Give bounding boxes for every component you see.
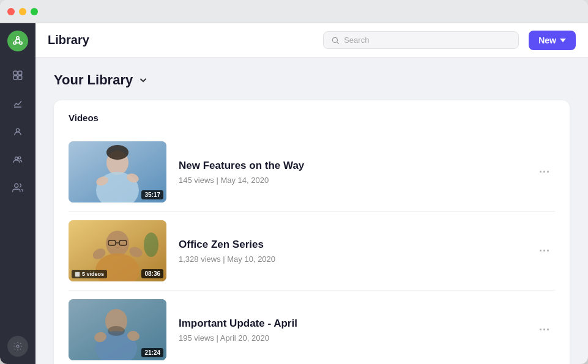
video-item-1: 35:17 New Features on the Way 145 views …	[69, 133, 555, 212]
search-icon	[331, 36, 340, 45]
svg-point-3	[20, 42, 22, 44]
video-meta-3: 195 views | April 20, 2020	[179, 333, 522, 343]
settings-button[interactable]	[7, 336, 28, 357]
videos-card: Videos	[54, 100, 570, 364]
video-more-3[interactable]: ···	[534, 321, 555, 339]
video-info-1: New Features on the Way 145 views | May …	[179, 160, 522, 185]
sidebar	[0, 23, 35, 364]
svg-rect-5	[18, 71, 22, 75]
page-title: Library	[48, 33, 89, 47]
svg-rect-32	[75, 272, 80, 277]
video-title-1: New Features on the Way	[179, 160, 522, 172]
video-thumbnail-3[interactable]: 21:24	[69, 299, 166, 360]
svg-point-12	[15, 184, 18, 187]
video-duration-1: 35:17	[141, 190, 163, 199]
video-item-3: 21:24 Important Update - April 195 views…	[69, 291, 555, 364]
title-bar	[0, 0, 588, 23]
video-duration-3: 21:24	[141, 348, 163, 357]
video-list: 35:17 New Features on the Way 145 views …	[69, 133, 555, 364]
svg-point-24	[106, 231, 129, 256]
video-thumbnail-1[interactable]: 35:17	[69, 141, 166, 202]
new-button[interactable]: New	[529, 31, 576, 50]
sidebar-item-analytics[interactable]	[6, 92, 29, 115]
video-info-3: Important Update - April 195 views | Apr…	[179, 318, 522, 343]
videos-section-title: Videos	[69, 113, 555, 123]
video-badge-2: 5 videos	[72, 270, 107, 278]
header: Library New	[35, 23, 588, 58]
library-dropdown-chevron[interactable]	[138, 75, 149, 86]
video-title-2: Office Zen Series	[179, 239, 522, 251]
search-input[interactable]	[344, 35, 511, 45]
sidebar-item-home[interactable]	[6, 64, 29, 87]
svg-point-31	[144, 232, 158, 257]
video-info-2: Office Zen Series 1,328 views | May 10, …	[179, 239, 522, 264]
video-thumbnail-2[interactable]: 5 videos 08:36	[69, 220, 166, 281]
video-item-2: 5 videos 08:36 Office Zen Series 1,328 v…	[69, 212, 555, 291]
traffic-light-close[interactable]	[7, 8, 15, 15]
svg-point-10	[15, 157, 18, 160]
content-area: Your Library Videos	[35, 58, 588, 364]
svg-point-22	[106, 145, 128, 160]
svg-point-2	[13, 42, 16, 44]
svg-marker-16	[560, 39, 566, 42]
video-more-1[interactable]: ···	[534, 163, 555, 181]
library-title: Your Library	[54, 72, 133, 88]
sidebar-nav	[6, 64, 29, 336]
svg-rect-7	[18, 76, 22, 80]
app-window: Library New	[0, 0, 588, 364]
traffic-light-maximize[interactable]	[31, 8, 38, 15]
app-layout: Library New	[0, 23, 588, 364]
svg-rect-4	[13, 71, 17, 75]
video-title-3: Important Update - April	[179, 318, 522, 330]
video-meta-2: 1,328 views | May 10, 2020	[179, 254, 522, 264]
sidebar-item-contacts[interactable]	[6, 120, 29, 143]
svg-point-37	[108, 326, 125, 336]
library-header: Your Library	[54, 72, 570, 88]
traffic-light-minimize[interactable]	[19, 8, 26, 15]
svg-point-1	[17, 37, 19, 39]
chevron-down-icon	[560, 37, 566, 43]
svg-rect-6	[13, 76, 17, 80]
svg-point-11	[18, 157, 21, 159]
video-duration-2: 08:36	[141, 269, 163, 278]
sidebar-bottom	[7, 336, 28, 357]
sidebar-item-users[interactable]	[6, 176, 29, 199]
search-bar[interactable]	[323, 31, 519, 49]
video-meta-1: 145 views | May 14, 2020	[179, 176, 522, 185]
svg-point-9	[16, 128, 19, 132]
video-more-2[interactable]: ···	[534, 242, 555, 260]
app-logo[interactable]	[7, 31, 28, 51]
svg-point-14	[333, 37, 338, 42]
sidebar-item-people[interactable]	[6, 148, 29, 171]
svg-line-15	[337, 42, 339, 43]
main-content: Library New	[35, 23, 588, 364]
svg-point-13	[17, 345, 19, 347]
